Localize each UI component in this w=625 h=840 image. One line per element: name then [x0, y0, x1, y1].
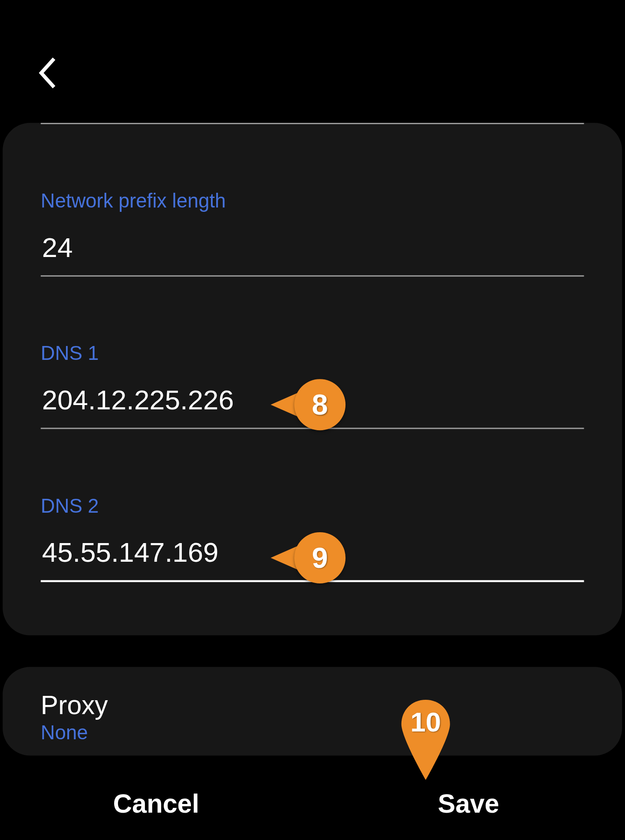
dns2-input[interactable]: 45.55.147.169	[41, 533, 584, 582]
prefix-length-input[interactable]: 24	[41, 228, 584, 277]
prefix-length-label: Network prefix length	[41, 190, 584, 212]
dns2-field: DNS 2 45.55.147.169 9	[41, 495, 584, 582]
back-icon[interactable]	[36, 56, 59, 90]
dns1-field: DNS 1 204.12.225.226 8	[41, 343, 584, 429]
footer-bar: Cancel Save	[0, 768, 625, 840]
divider	[41, 123, 584, 124]
dns1-label: DNS 1	[41, 343, 584, 365]
proxy-value: None	[41, 721, 584, 744]
proxy-card[interactable]: Proxy None	[3, 667, 622, 755]
dns1-input[interactable]: 204.12.225.226	[41, 380, 584, 429]
proxy-title: Proxy	[41, 691, 584, 720]
save-button[interactable]: Save	[312, 771, 625, 837]
prefix-length-field: Network prefix length 24	[41, 190, 584, 277]
dns2-label: DNS 2	[41, 495, 584, 517]
header	[0, 0, 625, 109]
cancel-button[interactable]: Cancel	[0, 771, 312, 837]
network-settings-card: Network prefix length 24 DNS 1 204.12.22…	[3, 123, 622, 636]
